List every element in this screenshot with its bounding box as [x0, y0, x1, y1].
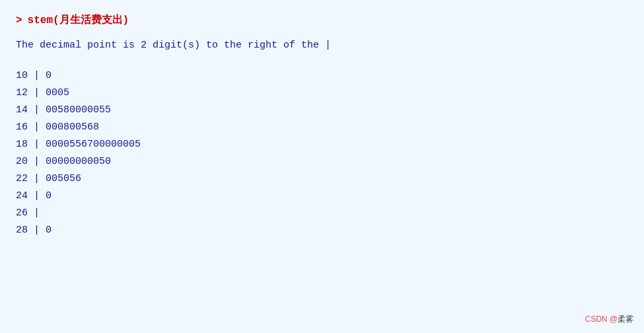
command-line: > stem(月生活费支出)	[16, 13, 628, 27]
console-area: > stem(月生活费支出) The decimal point is 2 di…	[0, 0, 644, 333]
stem-row: 28 | 0	[16, 223, 628, 239]
description-line: The decimal point is 2 digit(s) to the r…	[16, 38, 628, 54]
stem-row: 18 | 0000556700000005	[16, 137, 628, 153]
command-text: stem(月生活费支出)	[28, 13, 129, 27]
blank-line-1	[16, 55, 628, 68]
stem-row: 10 | 0	[16, 68, 628, 84]
stem-row: 20 | 00000000050	[16, 154, 628, 170]
watermark-name: 柔雾	[618, 314, 633, 324]
stem-row: 12 | 0005	[16, 85, 628, 101]
stem-row: 14 | 00580000055	[16, 102, 628, 118]
output-block: The decimal point is 2 digit(s) to the r…	[16, 38, 628, 239]
stem-and-leaf-table: 10 | 012 | 000514 | 0058000005516 | 0008…	[16, 68, 628, 239]
watermark: CSDN @柔雾	[585, 314, 633, 325]
stem-row: 22 | 005056	[16, 171, 628, 187]
prompt-symbol: >	[16, 15, 22, 26]
watermark-prefix: CSDN @	[585, 314, 618, 324]
stem-row: 16 | 000800568	[16, 120, 628, 135]
stem-row: 24 | 0	[16, 188, 628, 204]
stem-row: 26 |	[16, 205, 628, 221]
